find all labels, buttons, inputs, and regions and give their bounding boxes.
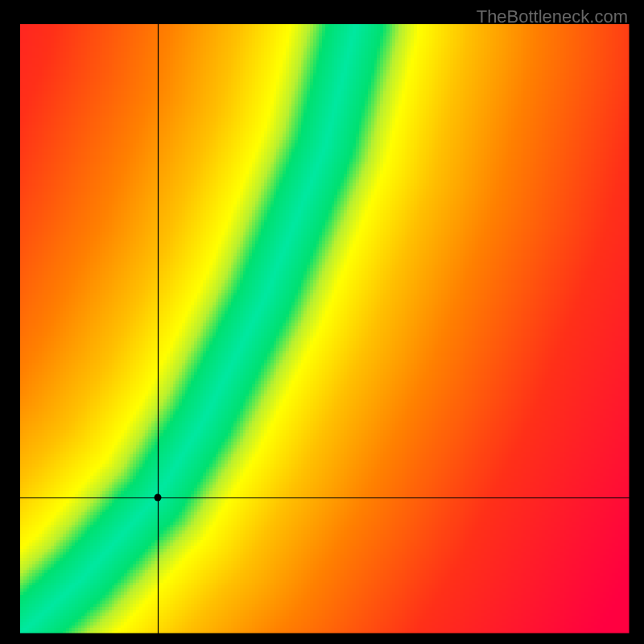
- chart-container: TheBottleneck.com: [0, 0, 644, 644]
- watermark-text: TheBottleneck.com: [477, 6, 628, 27]
- heatmap-canvas: [0, 0, 644, 644]
